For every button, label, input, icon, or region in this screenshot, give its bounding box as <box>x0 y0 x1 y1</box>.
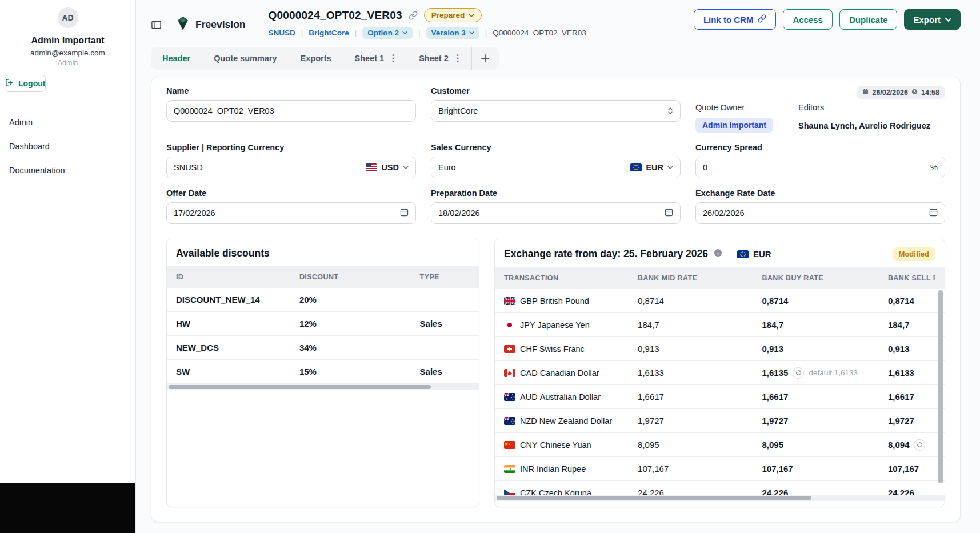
tab-sheet-2[interactable]: Sheet 2 <box>407 47 471 70</box>
link-to-crm-label: Link to CRM <box>703 15 754 25</box>
refresh-rate-button[interactable] <box>914 439 925 451</box>
buy-value: 1,6617 <box>762 392 788 402</box>
exchange-row: GBPBritish Pound0,87140,87140,8714 <box>495 289 945 313</box>
discount-row: SW15%Sales <box>167 360 479 384</box>
us-flag-icon <box>366 163 377 171</box>
exchange-rate-date-label: Exchange Rate Date <box>695 189 945 198</box>
discount-row: DISCOUNT_NEW_1420% <box>167 288 479 312</box>
quote-owner-label: Quote Owner <box>695 103 773 112</box>
sell-value: 8,094 <box>888 440 910 450</box>
scrollbar-thumb[interactable] <box>497 496 811 500</box>
tab-sheet-1[interactable]: Sheet 1 <box>343 47 407 70</box>
export-label: Export <box>913 15 941 25</box>
supplier-currency-select[interactable]: SNUSD USD <box>166 157 416 178</box>
discount-id: DISCOUNT_NEW_14 <box>176 295 299 304</box>
currency-code: CNY <box>520 440 538 450</box>
au-flag-icon <box>504 393 515 401</box>
cz-flag-icon <box>504 489 515 495</box>
exchange-table-body: GBPBritish Pound0,87140,87140,8714JPYJap… <box>495 289 945 495</box>
bank-sell-rate: 1,9727 <box>888 416 935 426</box>
buy-value: 107,167 <box>762 464 793 474</box>
brand-name: Freevision <box>195 19 246 31</box>
currency-name: Swiss Franc <box>539 344 585 354</box>
bank-sell-rate: 24,226 <box>888 488 935 495</box>
sell-value: 1,9727 <box>888 416 914 426</box>
customer-select[interactable]: BrightCore <box>431 100 681 122</box>
breadcrumb-option-label: Option 2 <box>367 29 399 37</box>
breadcrumb-separator: | <box>301 29 303 37</box>
sidebar-item-dashboard[interactable]: Dashboard <box>0 134 135 158</box>
sidebar-item-documentation[interactable]: Documentation <box>0 158 135 182</box>
bank-mid-rate: 0,913 <box>638 344 762 354</box>
link-to-crm-button[interactable]: Link to CRM <box>694 9 777 30</box>
currency-name: New Zealand Dollar <box>539 416 612 426</box>
bank-mid-rate: 1,6617 <box>638 392 762 402</box>
refresh-rate-button[interactable] <box>793 367 804 379</box>
discount-type: Sales <box>420 367 470 376</box>
editors-group: Editors Shauna Lynch, Aurelio Rodriguez <box>798 103 930 133</box>
sidebar-toggle-icon[interactable] <box>151 19 162 30</box>
breadcrumb-separator: | <box>355 29 357 37</box>
exchange-rate-date-input[interactable]: 26/02/2026 <box>695 202 945 224</box>
status-badge[interactable]: Prepared <box>424 8 482 22</box>
breadcrumb: SNUSD | BrightCore | Option 2 | Version … <box>269 27 586 39</box>
bank-sell-rate: 1,6617 <box>888 392 935 402</box>
bank-mid-rate: 8,095 <box>638 440 762 450</box>
scrollbar-thumb[interactable] <box>169 385 431 389</box>
kebab-menu-icon[interactable] <box>455 53 460 64</box>
logout-button[interactable]: Logout <box>5 75 46 92</box>
exchange-row: CHFSwiss Franc0,9130,9130,913 <box>495 337 945 361</box>
tab-exports[interactable]: Exports <box>289 47 343 70</box>
exchange-row: CZKCzech Koruna24,22624,22624,226 <box>495 481 945 495</box>
exchange-row: AUDAustralian Dollar1,66171,66171,6617 <box>495 385 945 409</box>
bank-buy-rate: 8,095 <box>762 440 887 450</box>
currency-code: NZD <box>520 416 537 426</box>
sell-value: 107,167 <box>888 464 919 474</box>
breadcrumb-supplier[interactable]: SNUSD <box>269 29 295 37</box>
kebab-menu-icon[interactable] <box>391 53 395 64</box>
exchange-col-mid: BANK MID RATE <box>638 274 762 282</box>
breadcrumb-customer[interactable]: BrightCore <box>309 29 349 37</box>
tab-header[interactable]: Header <box>151 47 202 70</box>
breadcrumb-option-dropdown[interactable]: Option 2 <box>362 27 413 39</box>
sidebar-item-admin[interactable]: Admin <box>0 110 135 134</box>
add-sheet-button[interactable] <box>471 47 499 70</box>
name-input[interactable] <box>174 106 409 115</box>
editors-label: Editors <box>798 103 930 112</box>
tab-label: Exports <box>301 54 331 63</box>
exchange-rate-date-value: 26/02/2026 <box>703 209 745 218</box>
discount-value: 34% <box>299 343 420 352</box>
transaction-cell: CHFSwiss Franc <box>504 344 638 354</box>
exchange-row: CNYChinese Yuan8,0958,0958,094 <box>495 433 945 457</box>
chevron-down-icon <box>469 14 474 17</box>
preparation-date-input[interactable]: 18/02/2026 <box>431 202 681 224</box>
duplicate-button[interactable]: Duplicate <box>839 9 898 30</box>
offer-date-input[interactable]: 17/02/2026 <box>166 202 416 224</box>
tab-quote-summary[interactable]: Quote summary <box>202 47 288 70</box>
plus-icon <box>481 54 489 62</box>
currency-code: CAD <box>520 368 538 378</box>
currency-name: Czech Koruna <box>539 488 591 495</box>
main-area: Freevision Q0000024_OPT02_VER03 Prepared… <box>136 0 980 533</box>
exchange-horizontal-scrollbar <box>495 495 945 501</box>
bank-sell-rate: 0,913 <box>888 344 935 354</box>
discount-value: 20% <box>299 295 420 304</box>
exchange-row: NZDNew Zealand Dollar1,97271,97271,9727 <box>495 409 945 433</box>
nz-flag-icon <box>504 417 515 425</box>
scrollbar-thumb[interactable] <box>938 290 943 483</box>
sales-currency-select[interactable]: Euro EUR <box>431 157 681 178</box>
currency-spread-input[interactable] <box>703 163 926 172</box>
export-button[interactable]: Export <box>904 9 961 30</box>
bank-sell-rate: 107,167 <box>888 464 935 474</box>
quote-owner-group: Quote Owner Admin Important <box>695 103 773 133</box>
copy-link-icon[interactable] <box>409 11 418 20</box>
discount-id: NEW_DCS <box>176 343 299 352</box>
info-icon[interactable] <box>714 249 722 259</box>
bank-buy-rate: 1,6135default 1,6133 <box>762 367 887 379</box>
chevron-down-icon <box>402 31 407 34</box>
calendar-icon <box>929 208 938 218</box>
bank-mid-rate: 24,226 <box>638 488 762 495</box>
access-button[interactable]: Access <box>783 9 833 30</box>
exchange-rate-panel: Exchange rate from day: 25. February 202… <box>494 238 945 507</box>
breadcrumb-version-dropdown[interactable]: Version 3 <box>426 27 479 39</box>
